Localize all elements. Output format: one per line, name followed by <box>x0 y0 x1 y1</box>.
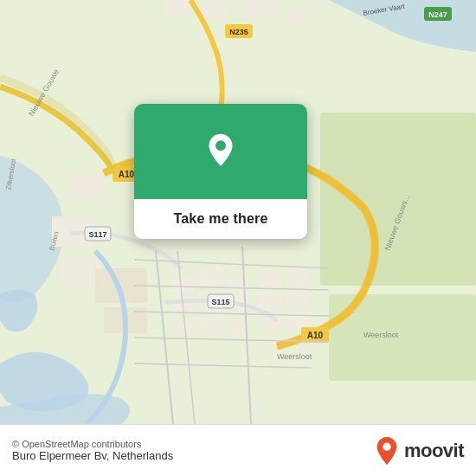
svg-rect-16 <box>173 320 195 336</box>
svg-rect-1 <box>320 113 476 286</box>
svg-rect-3 <box>164 0 190 17</box>
popup-header <box>134 104 307 199</box>
svg-point-54 <box>215 140 226 151</box>
take-me-there-button[interactable]: Take me there <box>134 199 307 239</box>
map-container: A10 A10 S117 S115 N235 N247 <box>0 0 476 424</box>
svg-rect-9 <box>61 260 100 286</box>
svg-text:S117: S117 <box>88 230 106 239</box>
bottom-bar: © OpenStreetMap contributors Buro Elperm… <box>0 424 476 476</box>
moovit-brand-text: moovit <box>404 440 464 462</box>
svg-text:Weersloot: Weersloot <box>277 352 312 361</box>
svg-rect-19 <box>260 273 281 288</box>
svg-text:N235: N235 <box>229 28 248 36</box>
svg-rect-21 <box>260 294 281 310</box>
moovit-pin-icon <box>375 436 399 466</box>
svg-text:S115: S115 <box>211 298 229 306</box>
svg-rect-17 <box>199 316 223 333</box>
svg-rect-11 <box>199 268 223 286</box>
svg-text:A10: A10 <box>307 331 324 340</box>
svg-point-55 <box>383 442 390 450</box>
location-name: Buro Elpermeer Bv, Netherlands <box>12 449 173 462</box>
location-pin-icon <box>202 132 240 170</box>
svg-text:A10: A10 <box>119 170 135 179</box>
svg-text:N247: N247 <box>428 10 447 19</box>
svg-rect-22 <box>286 290 310 307</box>
svg-rect-20 <box>286 268 310 286</box>
svg-rect-6 <box>286 9 312 26</box>
attribution-text: © OpenStreetMap contributors <box>12 439 173 449</box>
svg-rect-7 <box>69 173 104 199</box>
location-popup: Take me there <box>134 104 307 239</box>
svg-rect-5 <box>242 0 277 19</box>
moovit-logo: moovit <box>375 436 464 466</box>
svg-text:Weersloot: Weersloot <box>363 331 399 339</box>
svg-rect-10 <box>173 277 195 293</box>
svg-rect-18 <box>227 320 248 336</box>
